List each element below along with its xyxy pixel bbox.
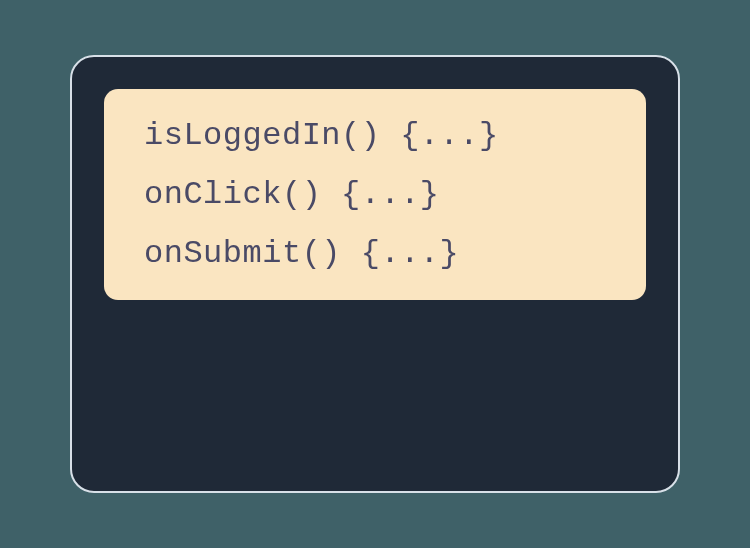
editor-panel: isLoggedIn() {...} onClick() {...} onSub…: [70, 55, 680, 493]
code-line: onSubmit() {...}: [144, 235, 622, 272]
code-line: isLoggedIn() {...}: [144, 117, 622, 154]
code-block: isLoggedIn() {...} onClick() {...} onSub…: [104, 89, 646, 300]
code-line: onClick() {...}: [144, 176, 622, 213]
